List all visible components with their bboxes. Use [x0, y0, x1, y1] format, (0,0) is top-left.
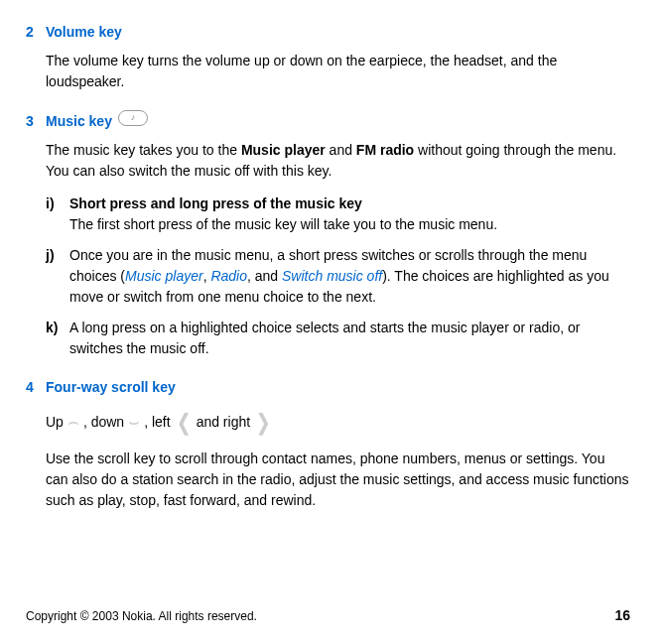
- text-left: , left: [144, 412, 170, 433]
- text-up: Up: [46, 412, 64, 433]
- heading-row: 3 Music key: [26, 110, 630, 132]
- list-content: Short press and long press of the music …: [69, 193, 630, 235]
- section-body: The volume key turns the volume up or do…: [46, 51, 630, 92]
- section-heading: Four-way scroll key: [46, 377, 176, 398]
- section-music-key: 3 Music key The music key takes you to t…: [26, 110, 630, 359]
- arrow-right-icon: ❭: [254, 406, 272, 439]
- bold-text: FM radio: [356, 142, 414, 158]
- menu-choice-link: Radio: [210, 268, 247, 284]
- list-marker: i): [46, 193, 69, 235]
- arrow-down-icon: ⌣: [128, 409, 140, 436]
- scroll-key-directions: Up ⌢ , down ⌣ , left ❬ and right ❭: [46, 406, 630, 439]
- section-heading: Music key: [46, 111, 112, 132]
- section-body: Use the scroll key to scroll through con…: [46, 449, 630, 511]
- text-down: , down: [83, 412, 124, 433]
- list-subheading: Short press and long press of the music …: [69, 193, 630, 214]
- list-marker: j): [46, 245, 69, 308]
- section-volume-key: 2 Volume key The volume key turns the vo…: [26, 22, 630, 92]
- sub-list: i) Short press and long press of the mus…: [46, 193, 630, 359]
- bold-text: Music player: [241, 142, 326, 158]
- music-key-icon: [118, 110, 148, 126]
- section-number: 4: [26, 377, 46, 398]
- arrow-up-icon: ⌢: [67, 409, 79, 436]
- text-right: and right: [197, 412, 250, 433]
- list-item-i: i) Short press and long press of the mus…: [46, 193, 630, 235]
- list-item-j: j) Once you are in the music menu, a sho…: [46, 245, 630, 308]
- list-marker: k): [46, 318, 69, 359]
- list-text: The first short press of the music key w…: [69, 216, 497, 232]
- heading-row: 4 Four-way scroll key: [26, 377, 630, 398]
- menu-choice-link: Switch music off: [282, 268, 382, 284]
- text: , and: [247, 268, 282, 284]
- heading-row: 2 Volume key: [26, 22, 630, 43]
- list-item-k: k) A long press on a highlighted choice …: [46, 318, 630, 359]
- section-number: 2: [26, 22, 46, 43]
- section-scroll-key: 4 Four-way scroll key Up ⌢ , down ⌣ , le…: [26, 377, 630, 511]
- section-number: 3: [26, 111, 46, 132]
- page-footer: Copyright © 2003 Nokia. All rights reser…: [26, 605, 630, 626]
- arrow-left-icon: ❬: [175, 406, 193, 439]
- text: and: [326, 142, 356, 158]
- section-body: The music key takes you to the Music pla…: [46, 140, 630, 182]
- page-number: 16: [614, 605, 630, 626]
- list-content: Once you are in the music menu, a short …: [69, 245, 630, 308]
- list-content: A long press on a highlighted choice sel…: [69, 318, 630, 359]
- text: The music key takes you to the: [46, 142, 241, 158]
- section-heading: Volume key: [46, 22, 122, 43]
- copyright-text: Copyright © 2003 Nokia. All rights reser…: [26, 607, 257, 625]
- menu-choice-link: Music player: [125, 268, 203, 284]
- list-text: A long press on a highlighted choice sel…: [69, 320, 580, 356]
